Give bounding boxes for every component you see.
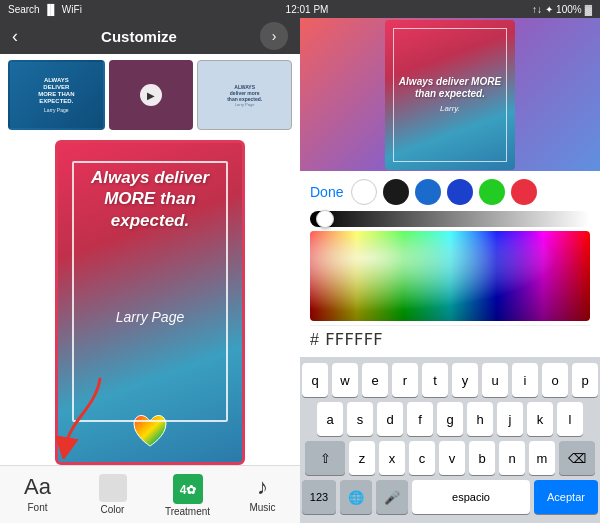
key-v[interactable]: v: [439, 441, 465, 475]
top-nav: ‹ Customize ›: [0, 18, 300, 54]
hex-prefix-label: #: [310, 331, 319, 349]
bottom-toolbar: Aa Font Color 4✿ Treatment: [0, 465, 300, 523]
key-u[interactable]: u: [482, 363, 508, 397]
key-q[interactable]: q: [302, 363, 328, 397]
color-white[interactable]: [351, 179, 377, 205]
preview-quote: Always deliver MORE than expected.: [393, 76, 507, 100]
thumb1-author: Larry Page: [44, 107, 68, 113]
right-panel: Always deliver MORE than expected. Larry…: [300, 18, 600, 523]
card-icon: [128, 408, 172, 452]
preview-area: Always deliver MORE than expected. Larry…: [300, 18, 600, 171]
battery-level: 100%: [556, 4, 582, 15]
key-p[interactable]: p: [572, 363, 598, 397]
key-j[interactable]: j: [497, 402, 523, 436]
status-right: ↑↓ ✦ 100% ▓: [532, 4, 592, 15]
color-circles: [351, 179, 537, 205]
key-t[interactable]: t: [422, 363, 448, 397]
card-quote: Always deliver MORE than expected.: [70, 167, 230, 231]
back-button[interactable]: ‹: [12, 26, 18, 47]
toolbar-font[interactable]: Aa Font: [0, 474, 75, 519]
keyboard: q w e r t y u i o p a s d f g h j k: [300, 357, 600, 523]
key-k[interactable]: k: [527, 402, 553, 436]
main-container: ‹ Customize › ALWAYSDELIVERMORE THANEXPE…: [0, 18, 600, 523]
brightness-slider[interactable]: [310, 211, 590, 227]
key-shift[interactable]: ⇧: [305, 441, 345, 475]
toolbar-color[interactable]: Color: [75, 474, 150, 519]
hex-row: #: [310, 325, 590, 353]
key-accept[interactable]: Aceptar: [534, 480, 598, 514]
slider-thumb: [316, 210, 334, 228]
color-black[interactable]: [383, 179, 409, 205]
key-o[interactable]: o: [542, 363, 568, 397]
key-z[interactable]: z: [349, 441, 375, 475]
battery-icon: ▓: [585, 4, 592, 15]
keyboard-row-4: 123 🌐 🎤 espacio Aceptar: [302, 480, 598, 514]
keyboard-row-3: ⇧ z x c v b n m ⌫: [302, 441, 598, 475]
key-i[interactable]: i: [512, 363, 538, 397]
status-time: 12:01 PM: [286, 4, 329, 15]
signal-icon: ▐▌: [44, 4, 58, 15]
font-label: Font: [27, 502, 47, 513]
nav-title: Customize: [101, 28, 177, 45]
preview-author: Larry.: [440, 104, 460, 113]
key-numbers[interactable]: 123: [302, 480, 336, 514]
forward-button[interactable]: ›: [260, 22, 288, 50]
bluetooth-icon: ✦: [545, 4, 553, 15]
key-m[interactable]: m: [529, 441, 555, 475]
forward-icon: ›: [272, 28, 277, 44]
thumbnail-2[interactable]: ▶: [109, 60, 194, 130]
color-red[interactable]: [511, 179, 537, 205]
main-card: Always deliver MORE than expected. Larry…: [55, 140, 245, 465]
key-e[interactable]: e: [362, 363, 388, 397]
status-bar: Search ▐▌ WiFi 12:01 PM ↑↓ ✦ 100% ▓: [0, 0, 600, 18]
key-mic[interactable]: 🎤: [376, 480, 408, 514]
toolbar-treatment[interactable]: 4✿ Treatment: [150, 474, 225, 519]
toolbar-music[interactable]: ♪ Music: [225, 474, 300, 519]
status-left: Search ▐▌ WiFi: [8, 4, 82, 15]
thumbnail-1[interactable]: ALWAYSDELIVERMORE THANEXPECTED. Larry Pa…: [8, 60, 105, 130]
thumb3-text: ALWAYSdeliver morethan expected.: [227, 84, 262, 102]
play-button[interactable]: ▶: [140, 84, 162, 106]
key-h[interactable]: h: [467, 402, 493, 436]
font-icon: Aa: [24, 474, 51, 500]
key-a[interactable]: a: [317, 402, 343, 436]
key-n[interactable]: n: [499, 441, 525, 475]
thumb1-text: ALWAYSDELIVERMORE THANEXPECTED.: [38, 77, 74, 106]
color-spectrum[interactable]: [310, 231, 590, 321]
thumbnail-3[interactable]: ALWAYSdeliver morethan expected. Larry P…: [197, 60, 292, 130]
color-swatch-icon: [99, 474, 127, 502]
key-r[interactable]: r: [392, 363, 418, 397]
key-w[interactable]: w: [332, 363, 358, 397]
card-author: Larry Page: [116, 308, 184, 326]
key-b[interactable]: b: [469, 441, 495, 475]
brightness-slider-row[interactable]: [310, 211, 590, 227]
hex-input[interactable]: [325, 330, 590, 349]
left-panel: ‹ Customize › ALWAYSDELIVERMORE THANEXPE…: [0, 18, 300, 523]
thumb3-author: Larry Page: [235, 102, 255, 107]
keyboard-row-2: a s d f g h j k l: [302, 402, 598, 436]
treatment-label: Treatment: [165, 506, 210, 517]
key-delete[interactable]: ⌫: [559, 441, 595, 475]
left-inner: ALWAYSDELIVERMORE THANEXPECTED. Larry Pa…: [0, 54, 300, 523]
done-button[interactable]: Done: [310, 184, 343, 200]
key-l[interactable]: l: [557, 402, 583, 436]
key-f[interactable]: f: [407, 402, 433, 436]
music-label: Music: [249, 502, 275, 513]
color-darkblue[interactable]: [447, 179, 473, 205]
key-y[interactable]: y: [452, 363, 478, 397]
thumbnails-row: ALWAYSDELIVERMORE THANEXPECTED. Larry Pa…: [0, 54, 300, 136]
arrow-icon: ↑↓: [532, 4, 542, 15]
key-c[interactable]: c: [409, 441, 435, 475]
key-globe[interactable]: 🌐: [340, 480, 372, 514]
color-green[interactable]: [479, 179, 505, 205]
key-d[interactable]: d: [377, 402, 403, 436]
key-s[interactable]: s: [347, 402, 373, 436]
color-controls: Done: [300, 171, 600, 357]
key-g[interactable]: g: [437, 402, 463, 436]
preview-card: Always deliver MORE than expected. Larry…: [385, 20, 515, 170]
done-row: Done: [310, 179, 590, 205]
key-x[interactable]: x: [379, 441, 405, 475]
color-blue[interactable]: [415, 179, 441, 205]
keyboard-row-1: q w e r t y u i o p: [302, 363, 598, 397]
key-space[interactable]: espacio: [412, 480, 530, 514]
